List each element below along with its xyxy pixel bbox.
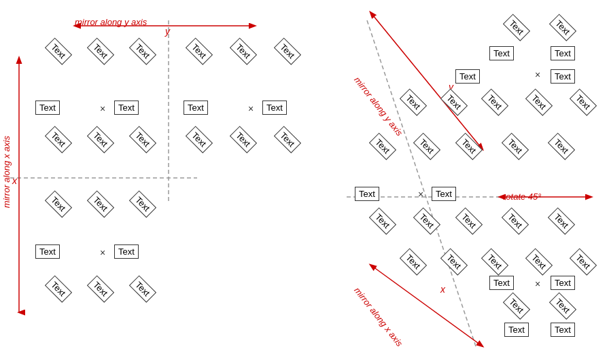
cross-r-1: × [535, 69, 540, 80]
tbox-r-m2-c5: Text [548, 132, 575, 160]
cross-l-r2-1: × [100, 103, 105, 114]
tbox-r-bot2-c1: Text [503, 292, 530, 319]
left-mirror-x-label: mirror along x axis [1, 136, 12, 208]
tbox-r-h2: Text [432, 187, 456, 201]
tbox-r-b2-c2: Text [440, 248, 468, 275]
tbox-r-b1-c5: Text [548, 207, 575, 234]
tbox-l-r2-c4: Text [184, 101, 208, 115]
tbox-r-t2-c1: Text [489, 46, 514, 60]
tbox-r-bot2-c2: Text [549, 292, 576, 319]
tbox-l-r2-c1: Text [35, 101, 60, 115]
main-diagram: mirror along y axis y mirror along x axi… [0, 0, 609, 364]
tbox-l-r1-c3: Text [129, 37, 156, 65]
right-mirror-x-label: mirror along x axis [352, 285, 404, 348]
tbox-r-t3-c2: Text [551, 69, 575, 84]
tbox-r-b1-c3: Text [455, 207, 483, 234]
tbox-r-b1-c4: Text [502, 207, 529, 234]
tbox-r-bot3-c2: Text [551, 323, 575, 337]
left-x-letter: x [12, 175, 17, 186]
tbox-l-r3-c6: Text [274, 126, 301, 153]
tbox-l-r5-c3: Text [114, 244, 139, 259]
tbox-r-m1-c3: Text [481, 88, 508, 115]
cross-r-bot1: × [535, 278, 540, 289]
tbox-l-r3-c1: Text [45, 126, 72, 153]
left-mirror-y-label: mirror along y axis [75, 17, 147, 27]
tbox-r-bot1-c1: Text [489, 276, 514, 290]
tbox-l-r2-c6: Text [262, 101, 287, 115]
tbox-l-r6-c2: Text [87, 275, 114, 302]
tbox-l-r1-c4: Text [186, 37, 213, 65]
tbox-l-r3-c5: Text [230, 126, 257, 153]
tbox-l-r5-c1: Text [35, 244, 60, 259]
tbox-r-bot1-c2: Text [551, 276, 575, 290]
tbox-r-m2-c1: Text [369, 132, 396, 160]
tbox-r-b2-c5: Text [570, 248, 597, 275]
tbox-l-r3-c3: Text [129, 126, 156, 153]
tbox-l-r4-c2: Text [87, 190, 114, 217]
tbox-r-m1-c2: Text [440, 88, 468, 115]
tbox-r-b1-c2: Text [413, 207, 440, 234]
tbox-l-r1-c6: Text [274, 37, 301, 65]
tbox-r-m2-c2: Text [413, 132, 440, 160]
tbox-r-m1-c4: Text [525, 88, 553, 115]
tbox-r-m2-c3: Text [455, 132, 483, 160]
right-mirror-y-label: mirror along y axis [352, 75, 404, 138]
tbox-r-m2-c4: Text [502, 132, 529, 160]
tbox-l-r2-c3: Text [114, 101, 139, 115]
cross-r-h1: × [418, 189, 423, 200]
tbox-l-r3-c2: Text [87, 126, 114, 153]
tbox-r-t3-c1: Text [455, 69, 480, 84]
tbox-l-r1-c2: Text [87, 37, 114, 65]
tbox-l-r4-c3: Text [129, 190, 156, 217]
tbox-l-r1-c5: Text [230, 37, 257, 65]
tbox-r-h1: Text [355, 187, 379, 201]
tbox-r-b2-c3: Text [481, 248, 508, 275]
right-x-letter: x [440, 284, 445, 295]
tbox-l-r6-c1: Text [45, 275, 72, 302]
left-y-letter: y [165, 26, 170, 37]
tbox-r-t1-c1: Text [503, 14, 530, 41]
cross-l-r5-1: × [100, 247, 105, 258]
tbox-r-t1-c2: Text [549, 14, 576, 41]
tbox-r-m1-c5: Text [570, 88, 597, 115]
tbox-r-m1-c1: Text [400, 88, 427, 115]
tbox-r-bot3-c1: Text [504, 323, 529, 337]
tbox-r-b2-c1: Text [400, 248, 427, 275]
tbox-l-r1-c1: Text [45, 37, 72, 65]
tbox-r-t2-c2: Text [551, 46, 575, 60]
tbox-l-r6-c3: Text [129, 275, 156, 302]
cross-l-r2-2: × [248, 103, 254, 114]
tbox-l-r4-c1: Text [45, 190, 72, 217]
tbox-r-b1-c1: Text [369, 207, 396, 234]
tbox-r-b2-c4: Text [525, 248, 553, 275]
tbox-l-r3-c4: Text [186, 126, 213, 153]
rotate-label: rotate 45° [503, 192, 542, 202]
